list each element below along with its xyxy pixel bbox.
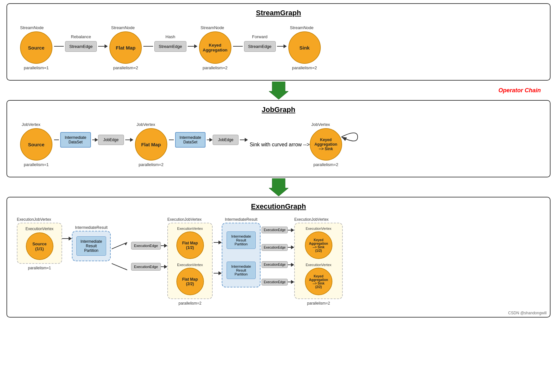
- eg-bottom-exec-edge-wrap: ExecutionEdge: [112, 262, 167, 272]
- sg-edge3-head: [284, 44, 287, 48]
- sg-connector2: Hash StreamEdge: [143, 34, 197, 52]
- eg-flatmap-ir-label: IntermediateResult: [225, 217, 258, 222]
- eg-ir2-to-keyed: ExecutionEdge ExecutionEdge ExecutionEdg…: [262, 222, 294, 290]
- eg-flatmap-to-ir: [214, 227, 222, 288]
- svg-marker-2: [269, 178, 288, 196]
- jobgraph-layout: JobVertex Source parallelism=1 Intermedi…: [14, 119, 543, 170]
- arrow2-container: [6, 177, 551, 197]
- sg-connector1: Rebalance StreamEdge: [54, 34, 108, 52]
- down-arrow1: [269, 82, 288, 99]
- eg-source-circle: Source(1/1): [26, 232, 53, 260]
- sg-flatmap-wrap: StreamNode Flat Map parallelism=2: [109, 25, 142, 70]
- sg-source-node-label: StreamNode: [20, 25, 44, 30]
- eg-source-job-vertex-label: ExecutionJobVertex: [17, 217, 51, 222]
- eg-ee1-line: [288, 230, 291, 230]
- eg-flatmap2-circle: Flat Map(2/2): [176, 268, 204, 295]
- jobgraph-panel: JobGraph JobVertex Source parallelism=1 …: [6, 100, 551, 177]
- sg-connector3: Forward StreamEdge: [233, 34, 287, 52]
- jg-flatmap-parallelism: parallelism=2: [139, 162, 163, 167]
- eg-ee2-line: [288, 247, 291, 248]
- eg-source-job-vertex-box: ExecutionVertex Source(1/1): [17, 223, 62, 264]
- jg-edge2-arrow: IntermediateDataSet JobEdge: [169, 132, 248, 148]
- eg-keyed-job-vertex-label: ExecutionJobVertex: [294, 217, 329, 222]
- eg-keyed-job-vertex-box: ExecutionVertex KeyedAggregation--> Sink…: [294, 223, 343, 299]
- executiongraph-title: ExecutionGraph: [14, 202, 543, 211]
- eg-flatmap2-wrap: ExecutionVertex Flat Map(2/2): [176, 263, 204, 295]
- sg-flatmap-node: Flat Map: [109, 31, 142, 64]
- sg-edge2-arrow: StreamEdge: [143, 41, 197, 52]
- eg-source-ir-partition: IntermediateResultPartition: [76, 236, 106, 256]
- eg-ee4-line: [288, 282, 291, 282]
- arrow1-container: Operator Chain: [6, 81, 551, 100]
- jg-line2c: [240, 140, 245, 140]
- eg-source-parallelism: parallelism=1: [28, 266, 51, 270]
- streamgraph-layout: StreamNode Source parallelism=1 Rebalanc…: [14, 22, 543, 73]
- eg-ee2-wrap: ExecutionEdge: [262, 244, 294, 251]
- svg-marker-0: [269, 82, 288, 99]
- eg-ee4-wrap: ExecutionEdge: [262, 279, 294, 286]
- jg-arrow2-head2: [245, 138, 248, 142]
- svg-line-5: [112, 263, 127, 270]
- eg-exec-edge-top: ExecutionEdge: [131, 242, 161, 250]
- eg-ee4-head: [291, 280, 294, 284]
- jg-source-wrap: JobVertex Source parallelism=1: [20, 122, 52, 167]
- eg-ee3-line: [288, 264, 291, 265]
- sg-sink-wrap: StreamNode Sink parallelism=2: [288, 25, 321, 70]
- eg-flatmap-job-vertex-box: ExecutionVertex Flat Map(1/2) ExecutionV…: [167, 223, 213, 299]
- sg-keyed-wrap: StreamNode KeyedAggregation parallelism=…: [199, 25, 231, 70]
- jg-arrow2-head: [209, 138, 213, 142]
- eg-flatmap1-ev-label: ExecutionVertex: [177, 227, 203, 230]
- operator-chain-label: Operator Chain: [498, 87, 541, 94]
- eg-keyed1-wrap: ExecutionVertex KeyedAggregation--> Sink…: [305, 227, 332, 259]
- sg-keyed-parallelism: parallelism=2: [203, 65, 228, 70]
- jg-source-parallelism: parallelism=1: [24, 162, 49, 167]
- eg-flatmap-ir2-partition: IntermediateResultPartition: [227, 262, 256, 279]
- eg-bottom-diagonal: [112, 262, 131, 272]
- sg-flatmap-node-label: StreamNode: [111, 25, 135, 30]
- jg-source-node: Source: [20, 128, 52, 161]
- eg-source-ir-container: IntermediateResult IntermediateResultPar…: [72, 225, 111, 261]
- eg-bottom-head: [164, 265, 167, 269]
- sg-edge2-line: [143, 46, 153, 47]
- sg-edge2-line2: [188, 46, 194, 47]
- sg-source-node: Source: [20, 31, 52, 64]
- eg-ee3-wrap: ExecutionEdge: [262, 261, 294, 268]
- jg-line2a: [169, 140, 174, 140]
- down-arrow2: [269, 178, 288, 196]
- streamgraph-panel: StreamGraph StreamNode Source parallelis…: [6, 3, 551, 81]
- eg-flatmap-ir-container: IntermediateResult IntermediateResultPar…: [222, 217, 261, 287]
- sg-edge1-label: Rebalance: [71, 34, 91, 39]
- eg-source-arrow: [62, 237, 72, 241]
- sg-keyed-node-label: StreamNode: [201, 25, 224, 30]
- jg-line2b: [207, 140, 209, 140]
- jg-line1a: [54, 140, 59, 140]
- eg-flatmap-ir-box: IntermediateResultPartition Intermediate…: [222, 223, 261, 287]
- sg-flatmap-parallelism: parallelism=2: [113, 65, 138, 70]
- eg-flatmap-job-vertex-label: ExecutionJobVertex: [167, 217, 202, 222]
- eg-keyed-job-vertex: ExecutionJobVertex ExecutionVertex Keyed…: [294, 217, 343, 306]
- eg-top-diagonal: [112, 241, 131, 251]
- eg-flatmap1-wrap: ExecutionVertex Flat Map(1/2): [176, 227, 204, 259]
- eg-fm2-line: [214, 273, 218, 274]
- eg-flatmap2-arrow: [214, 271, 222, 275]
- sg-sink-node: Sink: [288, 31, 321, 64]
- eg-keyed2-circle: KeyedAggregation--> Sink(2/2): [305, 268, 332, 295]
- jg-source-node-label: JobVertex: [22, 122, 40, 127]
- eg-ee1-head: [291, 228, 294, 232]
- eg-bottom-line: [161, 266, 164, 267]
- eg-fm1-head: [218, 241, 222, 244]
- eg-ee3: ExecutionEdge: [262, 261, 288, 268]
- eg-flatmap-ir1-partition: IntermediateResultPartition: [227, 231, 256, 249]
- sg-edge1-line2: [98, 46, 105, 47]
- jg-line1c: [125, 140, 130, 140]
- eg-exec-edge-bottom: ExecutionEdge: [131, 263, 161, 271]
- eg-ee2-head: [291, 245, 294, 249]
- eg-source-ev-label: ExecutionVertex: [26, 227, 54, 231]
- jg-keyed-wrap: JobVertex KeyedAggregation--> Sink paral…: [310, 122, 342, 167]
- streamgraph-title: StreamGraph: [14, 9, 543, 17]
- eg-keyed1-circle: KeyedAggregation--> Sink(1/2): [305, 231, 332, 259]
- jg-arrow1-head2: [130, 138, 133, 142]
- jg-intermediate2: IntermediateDataSet: [175, 132, 206, 148]
- jg-keyed-parallelism: parallelism=2: [313, 162, 338, 167]
- sg-edge1-line: [54, 46, 64, 47]
